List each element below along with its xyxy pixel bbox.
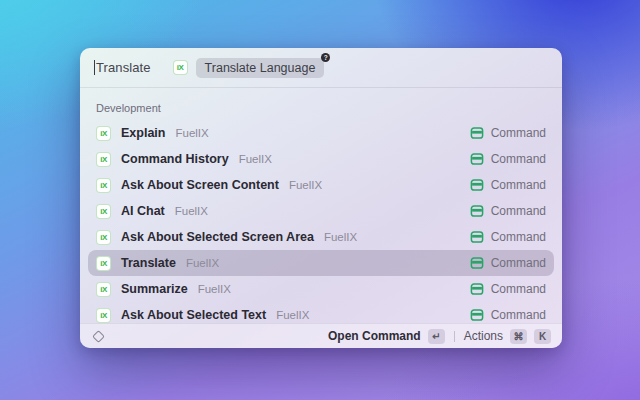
command-window-icon: [470, 308, 484, 322]
command-type-label: Command: [491, 178, 546, 192]
fuelix-icon: iX: [96, 230, 111, 245]
fuelix-icon: iX: [96, 204, 111, 219]
cmd-key-badge: ⌘: [510, 329, 527, 344]
rows-container: iX Explain FuelIX Command iX Command His…: [88, 120, 554, 323]
list-item[interactable]: iX Command History FuelIX Command: [88, 146, 554, 172]
extension-diamond-icon: [92, 330, 105, 343]
fuelix-icon: iX: [96, 282, 111, 297]
command-title: Ask About Selected Text: [121, 308, 266, 322]
command-title: Summarize: [121, 282, 188, 296]
command-type-label: Command: [491, 152, 546, 166]
command-subtitle: FuelIX: [289, 179, 322, 191]
command-subtitle: FuelIX: [239, 153, 272, 165]
command-window-icon: [470, 230, 484, 244]
list-item[interactable]: iX Ask About Selected Text FuelIX Comman…: [88, 302, 554, 323]
list-item[interactable]: iX Summarize FuelIX Command: [88, 276, 554, 302]
list-item[interactable]: iX Ask About Screen Content FuelIX Comma…: [88, 172, 554, 198]
command-subtitle: FuelIX: [276, 309, 309, 321]
list-item[interactable]: iX Ask About Selected Screen Area FuelIX…: [88, 224, 554, 250]
list-item[interactable]: iX AI Chat FuelIX Command: [88, 198, 554, 224]
translate-language-tag[interactable]: Translate Language ?: [196, 58, 325, 78]
actions-button[interactable]: Actions: [464, 329, 503, 343]
command-type-label: Command: [491, 308, 546, 322]
command-title: Ask About Selected Screen Area: [121, 230, 314, 244]
search-input[interactable]: Translate: [96, 60, 151, 75]
help-badge[interactable]: ?: [321, 53, 330, 62]
command-window-icon: [470, 256, 484, 270]
text-caret: [94, 60, 95, 75]
command-title: Explain: [121, 126, 165, 140]
footer-actions: Open Command ↵ Actions ⌘ K: [328, 329, 551, 344]
command-subtitle: FuelIX: [198, 283, 231, 295]
command-type-label: Command: [491, 230, 546, 244]
fuelix-icon: iX: [96, 308, 111, 323]
command-type-label: Command: [491, 256, 546, 270]
command-window-icon: [470, 282, 484, 296]
footer-bar: Open Command ↵ Actions ⌘ K: [80, 323, 562, 348]
list-item[interactable]: iX Explain FuelIX Command: [88, 120, 554, 146]
command-list: Development iX Explain FuelIX Command iX…: [80, 88, 562, 323]
fuelix-icon: iX: [96, 152, 111, 167]
fuelix-icon: iX: [96, 126, 111, 141]
desktop-background: Translate iX Translate Language ? Develo…: [0, 0, 640, 400]
command-window-icon: [470, 126, 484, 140]
k-key-badge: K: [534, 329, 551, 344]
command-type-label: Command: [491, 126, 546, 140]
command-title: AI Chat: [121, 204, 165, 218]
fuelix-icon: iX: [96, 256, 111, 271]
command-type-label: Command: [491, 204, 546, 218]
command-window-icon: [470, 178, 484, 192]
command-window-icon: [470, 152, 484, 166]
command-title: Ask About Screen Content: [121, 178, 279, 192]
command-subtitle: FuelIX: [175, 127, 208, 139]
command-subtitle: FuelIX: [175, 205, 208, 217]
enter-key-badge: ↵: [428, 329, 445, 344]
command-subtitle: FuelIX: [324, 231, 357, 243]
command-window-icon: [470, 204, 484, 218]
fuelix-icon: iX: [96, 178, 111, 193]
command-title: Command History: [121, 152, 229, 166]
command-type-label: Command: [491, 282, 546, 296]
open-command-button[interactable]: Open Command: [328, 329, 421, 343]
tag-label: Translate Language: [196, 58, 325, 78]
section-header: Development: [88, 96, 554, 120]
search-bar[interactable]: Translate iX Translate Language ?: [80, 48, 562, 88]
command-palette-window: Translate iX Translate Language ? Develo…: [80, 48, 562, 348]
footer-separator: [454, 331, 455, 342]
command-subtitle: FuelIX: [186, 257, 219, 269]
list-item[interactable]: iX Translate FuelIX Command: [88, 250, 554, 276]
fuelix-icon: iX: [173, 60, 188, 75]
command-title: Translate: [121, 256, 176, 270]
